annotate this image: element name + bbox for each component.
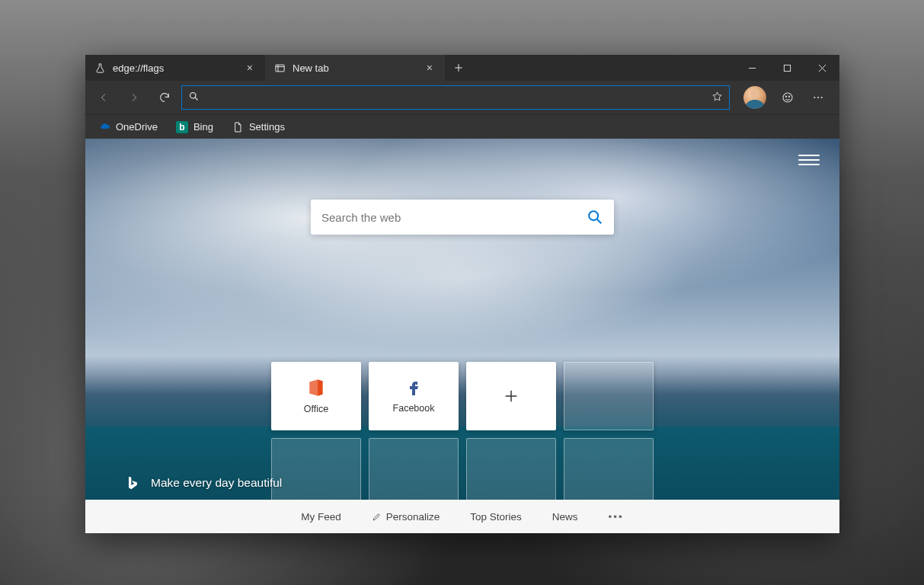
bing-icon: b: [176, 121, 188, 133]
tab-close-button[interactable]: ×: [424, 62, 436, 74]
grid-icon: [274, 62, 286, 74]
slogan-text: Make every day beautiful: [151, 476, 282, 490]
address-bar[interactable]: [181, 85, 730, 110]
tab-title: New tab: [293, 62, 329, 74]
quick-links-row-2: [271, 438, 654, 505]
svg-rect-0: [276, 65, 284, 72]
search-placeholder: Search the web: [321, 211, 401, 224]
svg-point-2: [190, 92, 197, 98]
bing-logo-icon: [125, 475, 140, 491]
quick-links-row-1: Office Facebook: [271, 362, 654, 430]
pencil-icon: [372, 512, 382, 522]
tab-newtab[interactable]: New tab ×: [265, 55, 445, 81]
svg-point-3: [783, 93, 792, 102]
web-search-box[interactable]: Search the web: [311, 200, 614, 235]
svg-rect-1: [784, 65, 790, 71]
favorite-label: Bing: [193, 121, 213, 133]
titlebar: edge://flags × New tab ×: [85, 55, 839, 81]
plus-icon: [503, 388, 520, 404]
forward-button[interactable]: [120, 84, 148, 111]
search-icon: [587, 209, 603, 225]
favorite-onedrive[interactable]: OneDrive: [91, 118, 165, 136]
svg-point-9: [589, 211, 598, 220]
favorite-star-icon[interactable]: [711, 91, 723, 105]
maximize-button[interactable]: [769, 55, 804, 81]
tile-office[interactable]: Office: [271, 362, 361, 430]
feed-more-button[interactable]: •••: [609, 511, 624, 523]
close-button[interactable]: [804, 55, 839, 81]
tile-placeholder[interactable]: [564, 438, 654, 505]
feed-tab-news[interactable]: News: [552, 511, 578, 523]
tile-placeholder[interactable]: [271, 438, 361, 505]
feed-tab-topstories[interactable]: Top Stories: [470, 511, 522, 523]
favorite-label: Settings: [249, 121, 285, 133]
feedback-button[interactable]: [774, 84, 801, 111]
tab-close-button[interactable]: ×: [244, 62, 256, 74]
feed-bar: My Feed Personalize Top Stories News •••: [85, 500, 839, 533]
browser-window: edge://flags × New tab ×: [85, 55, 839, 533]
tile-placeholder[interactable]: [466, 438, 556, 505]
tile-placeholder[interactable]: [564, 362, 654, 430]
tile-label: Office: [304, 404, 328, 414]
back-button[interactable]: [90, 84, 117, 111]
favorite-settings[interactable]: Settings: [225, 118, 292, 136]
svg-point-4: [785, 96, 786, 97]
window-controls: [734, 55, 839, 81]
toolbar: [85, 81, 839, 114]
page-icon: [232, 121, 244, 133]
flask-icon: [94, 62, 106, 74]
svg-point-5: [788, 96, 789, 97]
favorite-label: OneDrive: [116, 121, 158, 133]
facebook-icon: [404, 379, 423, 397]
search-icon: [188, 91, 200, 105]
tile-label: Facebook: [393, 403, 435, 414]
office-icon: [306, 378, 326, 398]
tab-flags[interactable]: edge://flags ×: [85, 55, 265, 81]
minimize-button[interactable]: [734, 55, 769, 81]
more-menu-button[interactable]: [804, 84, 832, 111]
svg-point-8: [821, 97, 823, 98]
tile-add[interactable]: [466, 362, 556, 430]
favorite-bing[interactable]: b Bing: [169, 118, 220, 136]
favorites-bar: OneDrive b Bing Settings: [85, 114, 839, 139]
onedrive-icon: [98, 121, 110, 133]
refresh-button[interactable]: [151, 84, 178, 111]
bing-slogan: Make every day beautiful: [125, 475, 282, 491]
feed-label: Personalize: [386, 511, 440, 523]
new-tab-content: Search the web Office Facebook: [85, 139, 839, 533]
profile-avatar[interactable]: [743, 86, 766, 109]
feed-tab-personalize[interactable]: Personalize: [372, 511, 440, 523]
tab-title: edge://flags: [113, 62, 164, 74]
tile-facebook[interactable]: Facebook: [369, 362, 459, 430]
svg-point-7: [817, 97, 819, 98]
feed-tab-myfeed[interactable]: My Feed: [301, 511, 341, 523]
new-tab-button[interactable]: [445, 55, 472, 81]
svg-point-6: [814, 97, 815, 98]
page-settings-button[interactable]: [798, 149, 820, 171]
tile-placeholder[interactable]: [369, 438, 459, 505]
